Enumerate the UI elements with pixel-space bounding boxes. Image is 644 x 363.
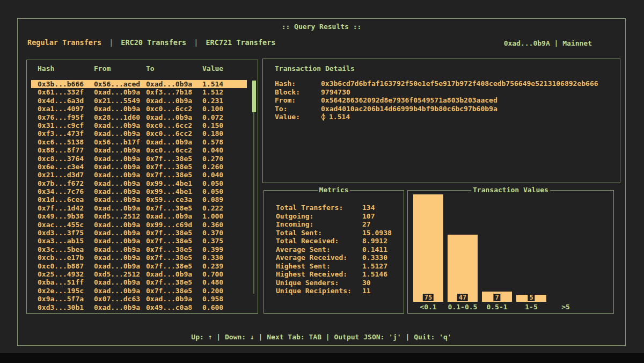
table-row[interactable]: 0xa3...ab150xad...0b9a0x7f...38e50.375 [31,237,247,245]
cell-value: 0.050 [202,179,247,187]
table-row[interactable]: 0xcb...e17b0xad...0b9a0x7f...38e50.330 [31,253,247,262]
cell-to: 0x7f...38e5 [146,163,202,171]
metric-label: Average Received: [276,253,362,262]
table-row[interactable]: 0x1d...6cea0xad...0b9a0x59...ce3a0.089 [31,195,247,204]
table-row[interactable]: 0x4d...6a3d0x21...55490xad...0b9a0.231 [31,97,247,105]
metric-label: Incoming: [276,220,362,229]
cell-to: 0x7f...38e5 [146,287,202,295]
cell-from: 0xad...0b9a [94,195,146,204]
metric-value: 0.3330 [362,253,399,262]
cell-hash: 0x34...7c76 [38,187,94,195]
query-results-window: :: Query Results :: Regular Transfers|ER… [17,18,626,346]
metric-label: Total Received: [276,237,362,245]
cell-value: 0.700 [202,270,247,278]
metric-row: Incoming:27 [276,220,399,229]
cell-from: 0xad...0b9a [94,237,146,245]
cell-value: 0.260 [202,163,247,171]
cell-from: 0x07...dc63 [94,295,146,303]
metric-row: Unique Recipients:11 [276,287,399,295]
column-header-from: From [94,64,146,72]
tab-regular-transfers[interactable]: Regular Transfers [27,38,101,47]
scrollbar-thumb[interactable] [252,81,256,112]
table-row[interactable]: 0xc0...b8870xad...0b9a0x7f...38e50.239 [31,262,247,270]
table-row[interactable]: 0xd3...30b10xad...0b9a0x49...c0a80.600 [31,303,247,310]
cell-value: 0.180 [202,129,247,137]
cell-to: 0xad...0b9a [146,212,202,220]
table-row[interactable]: 0x49...9b380xd5...25120xad...0b9a1.000 [31,212,247,220]
table-row[interactable]: 0x25...49320xd5...25120xad...0b9a0.700 [31,270,247,278]
metric-value: 107 [362,212,399,221]
table-row[interactable]: 0xd3...3f750xad...0b9a0x7f...38e50.370 [31,229,247,237]
table-row[interactable]: 0xba...51ff0xad...0b9a0x7f...38e50.480 [31,278,247,286]
table-row[interactable]: 0x21...d3d70xad...0b9a0x7f...38e50.040 [31,171,247,179]
cell-value: 0.231 [202,97,247,105]
tab-erc20-transfers[interactable]: ERC20 Transfers [121,38,186,47]
cell-from: 0xad...0b9a [94,221,146,229]
metric-value: 30 [362,279,399,287]
detail-field: Block:9794730 [275,88,614,97]
cell-value: 0.150 [202,121,247,129]
metric-value: 27 [362,220,399,229]
cell-hash: 0x21...d3d7 [38,171,94,179]
tab-erc721-transfers[interactable]: ERC721 Transfers [206,38,275,47]
cell-value: 0.360 [202,221,247,229]
detail-value: 0x3b6cd7d6bfaf163792f50e1ef5e917b972f408… [321,79,614,88]
transaction-values-chart: Transaction Values 75<0.1470.1-0.570.5-1… [407,190,614,314]
transfers-table-panel: Hash From To Value 0x3b...b6660x56...ace… [26,60,258,314]
cell-to: 0x99...4be1 [146,179,202,187]
cell-to: 0x7f...38e5 [146,262,202,270]
cell-to: 0x7f...38e5 [146,155,202,163]
cell-hash: 0x6e...c3e4 [38,163,94,171]
metric-value: 0.1411 [362,245,399,254]
cell-hash: 0xd3...3f75 [38,229,94,237]
detail-field: To:0xad4010ac206b14d66999b4bf9b80c6bc97b… [275,105,614,113]
table-row[interactable]: 0xac...455c0xad...0b9a0x99...c69d0.360 [31,221,247,229]
metric-row: Highest Received:1.5146 [276,270,399,279]
cell-from: 0xd5...2512 [94,212,146,220]
table-row[interactable]: 0xa1...40970xad...0b9a0xc0...6cc20.100 [31,105,247,113]
metric-row: Outgoing:107 [276,212,399,221]
detail-field: Value:1.514 [275,113,614,121]
table-row[interactable]: 0x61...332f0xad...0b9a0xf3...7b181.512 [31,88,247,96]
metric-label: Total Sent: [276,229,362,237]
cell-value: 0.040 [202,146,247,154]
table-row[interactable]: 0x34...7c760xad...0b9a0x99...4be10.050 [31,187,247,195]
cell-hash: 0xc8...3764 [38,155,94,163]
cell-to: 0xad...0b9a [146,80,202,88]
detail-value: 0xad4010ac206b14d66999b4bf9b80c6bc97b60b… [321,105,614,113]
table-row[interactable]: 0x76...f95f0x28...1d600xad...0b9a0.072 [31,113,247,121]
tab-bar: Regular Transfers|ERC20 Transfers|ERC721… [27,38,275,47]
table-row[interactable]: 0xc6...51380x56...b17f0xad...0b9a0.578 [31,138,247,146]
table-row[interactable]: 0x2e...195c0xad...0b9a0x7f...38e50.200 [31,287,247,295]
cell-to: 0xc0...6cc2 [146,129,202,137]
metric-label: Average Sent: [276,245,362,254]
table-row[interactable]: 0x3b...b6660x56...aced0xad...0b9a1.514 [31,80,247,88]
chart-bar: 7 [482,292,512,302]
scrollbar-track[interactable] [253,112,254,294]
cell-from: 0xad...0b9a [94,278,146,286]
table-row[interactable]: 0xc8...37640xad...0b9a0x7f...38e50.270 [31,155,247,163]
table-row[interactable]: 0x9a...5f7a0x07...dc630xad...0b9a0.958 [31,295,247,303]
table-row[interactable]: 0x7f...1d420xad...0b9a0x7f...38e50.222 [31,204,247,212]
cell-hash: 0x61...332f [38,88,94,96]
cell-to: 0x7f...38e5 [146,253,202,262]
table-row[interactable]: 0xf3...473f0xad...0b9a0xc0...6cc20.180 [31,129,247,137]
cell-hash: 0x49...9b38 [38,212,94,220]
table-row[interactable]: 0x3c...5bea0xad...0b9a0x7f...38e50.399 [31,245,247,253]
detail-value: 1.514 [321,113,614,121]
bar-value-label: 75 [423,294,434,301]
table-row[interactable]: 0x88...8f770xad...0b9a0xc0...6cc20.040 [31,146,247,154]
column-header-value: Value [202,64,247,72]
detail-label: Block: [275,88,321,97]
table-row[interactable]: 0x7b...f6720xad...0b9a0x99...4be10.050 [31,179,247,187]
metric-value: 8.9912 [362,237,399,245]
account-network-label: 0xad...0b9A | Mainnet [504,39,592,47]
cell-value: 0.330 [202,253,247,262]
chart-category-label: 1-5 [514,303,548,311]
cell-hash: 0xc0...b887 [38,262,94,270]
details-title: Transaction Details [275,64,355,72]
column-header-hash: Hash [38,64,94,72]
table-row[interactable]: 0x31...c9cf0xad...0b9a0xc0...6cc20.150 [31,121,247,129]
cell-to: 0x99...c69d [146,221,202,229]
table-row[interactable]: 0x6e...c3e40xad...0b9a0x7f...38e50.260 [31,163,247,171]
